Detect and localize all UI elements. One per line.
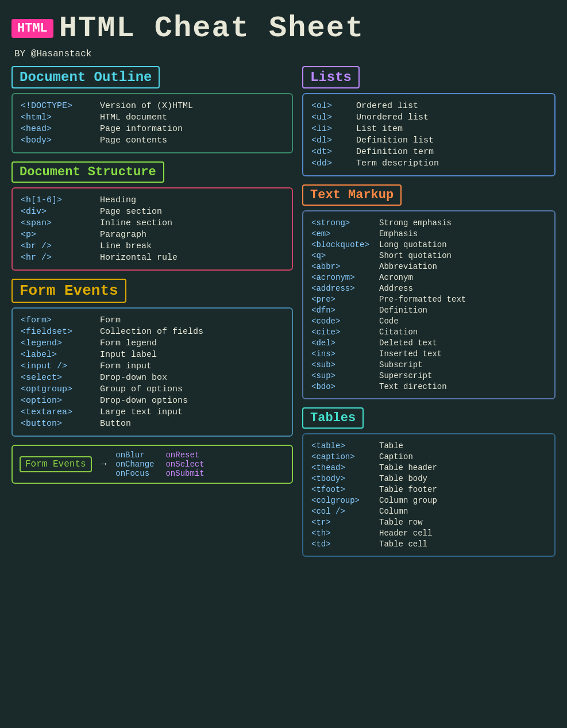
tag-name: <fieldset> bbox=[21, 327, 95, 337]
tag-name: <pre> bbox=[311, 295, 375, 304]
table-row: <hr /> Horizontal rule bbox=[21, 253, 284, 263]
tag-name: <sup> bbox=[311, 371, 375, 380]
tag-desc: Table footer bbox=[379, 485, 437, 494]
table-row: <form> Form bbox=[21, 315, 284, 325]
tag-name: <cite> bbox=[311, 328, 375, 337]
tables-title: Tables bbox=[302, 407, 364, 429]
tag-desc: Group of options bbox=[100, 384, 183, 394]
tag-desc: Definition term bbox=[356, 147, 434, 157]
table-row: <br /> Line break bbox=[21, 241, 284, 251]
table-row: <bdo> Text direction bbox=[311, 382, 546, 391]
tag-desc: Paragraph bbox=[100, 230, 146, 240]
arrow-icon: → bbox=[101, 459, 107, 469]
table-row: <td> Table cell bbox=[311, 540, 546, 549]
table-row: <blockquote> Long quotation bbox=[311, 240, 546, 249]
tag-desc: Text direction bbox=[379, 382, 447, 391]
tag-desc: Column group bbox=[379, 496, 437, 505]
page: HTML HTML Cheat Sheet BY @Hasanstack Doc… bbox=[11, 11, 556, 557]
tag-name: <th> bbox=[311, 529, 375, 538]
text-markup-section: Text Markup <strong> Strong emphasis <em… bbox=[302, 184, 556, 399]
tag-name: <h[1-6]> bbox=[21, 195, 95, 205]
tag-name: <button> bbox=[21, 419, 95, 429]
right-column: Lists <ol> Ordered list <ul> Unordered l… bbox=[302, 66, 556, 557]
tag-name: <thead> bbox=[311, 463, 375, 472]
tag-desc: Page section bbox=[100, 207, 162, 217]
doc-outline-section: Document Outline <!DOCTYPE> Version of (… bbox=[11, 66, 293, 153]
form-events-small-title: Form Events bbox=[20, 456, 92, 472]
tag-name: <option> bbox=[21, 396, 95, 406]
table-row: <div> Page section bbox=[21, 207, 284, 217]
tag-desc: Form bbox=[100, 315, 121, 325]
form-events-title: Form Events bbox=[11, 279, 126, 303]
tables-grid: <table> Table <caption> Caption <thead> … bbox=[311, 441, 546, 549]
text-markup-grid: <strong> Strong emphasis <em> Emphasis <… bbox=[311, 218, 546, 391]
tag-name: <code> bbox=[311, 317, 375, 326]
table-row: <tbody> Table body bbox=[311, 474, 546, 483]
tag-desc: Superscript bbox=[379, 371, 432, 380]
table-row: <pre> Pre-formatted text bbox=[311, 295, 546, 304]
tag-name: <acronym> bbox=[311, 273, 375, 282]
table-row: <ins> Inserted text bbox=[311, 349, 546, 359]
table-row: <head> Page information bbox=[21, 124, 284, 134]
form-events-section: Form Events <form> Form <fieldset> Colle… bbox=[11, 279, 293, 437]
doc-structure-grid: <h[1-6]> Heading <div> Page section <spa… bbox=[21, 195, 284, 263]
table-row: <li> List item bbox=[311, 124, 546, 134]
tag-name: <del> bbox=[311, 338, 375, 348]
table-row: <thead> Table header bbox=[311, 463, 546, 472]
tag-desc: List item bbox=[356, 124, 403, 134]
tag-name: <label> bbox=[21, 350, 95, 360]
tag-name: <optgroup> bbox=[21, 384, 95, 394]
tag-name: <abbr> bbox=[311, 262, 375, 271]
tag-name: <dd> bbox=[311, 159, 352, 168]
table-row: <fieldset> Collection of fields bbox=[21, 327, 284, 337]
tag-name: <blockquote> bbox=[311, 240, 375, 249]
tag-name: <html> bbox=[21, 113, 95, 122]
tag-name: <tr> bbox=[311, 518, 375, 527]
doc-outline-box: <!DOCTYPE> Version of (X)HTML <html> HTM… bbox=[11, 93, 293, 153]
table-row: <input /> Form input bbox=[21, 361, 284, 371]
table-row: <address> Address bbox=[311, 284, 546, 293]
tag-desc: Table header bbox=[379, 463, 437, 472]
form-events-grid: <form> Form <fieldset> Collection of fie… bbox=[21, 315, 284, 429]
tag-desc: Acronym bbox=[379, 273, 413, 282]
table-row: <strong> Strong emphasis bbox=[311, 218, 546, 228]
tag-desc: Deleted text bbox=[379, 338, 437, 348]
table-row: <!DOCTYPE> Version of (X)HTML bbox=[21, 101, 284, 111]
tag-desc: Table body bbox=[379, 474, 427, 483]
tag-name: <sub> bbox=[311, 360, 375, 369]
form-events-bottom-grid: onBlur onChange onFocus onReset onSelect… bbox=[115, 450, 204, 478]
event-onreset: onReset bbox=[165, 450, 204, 460]
tag-desc: Drop-down box bbox=[100, 373, 167, 383]
tag-name: <dfn> bbox=[311, 306, 375, 315]
table-row: <tr> Table row bbox=[311, 518, 546, 527]
tag-name: <input /> bbox=[21, 361, 95, 371]
lists-box: <ol> Ordered list <ul> Unordered list <l… bbox=[302, 93, 556, 176]
table-row: <p> Paragraph bbox=[21, 230, 284, 240]
tag-desc: Large text input bbox=[100, 407, 183, 417]
tag-desc: Table row bbox=[379, 518, 423, 527]
tag-name: <strong> bbox=[311, 218, 375, 228]
tag-desc: Term description bbox=[356, 159, 439, 168]
lists-grid: <ol> Ordered list <ul> Unordered list <l… bbox=[311, 101, 546, 168]
event-onchange: onChange bbox=[115, 460, 154, 469]
tag-desc: Drop-down options bbox=[100, 396, 188, 406]
tag-name: <hr /> bbox=[21, 253, 95, 263]
tag-name: <ul> bbox=[311, 113, 352, 122]
tag-name: <form> bbox=[21, 315, 95, 325]
tag-desc: Button bbox=[100, 419, 131, 429]
form-events-box: <form> Form <fieldset> Collection of fie… bbox=[11, 307, 293, 437]
tag-name: <address> bbox=[311, 284, 375, 293]
tag-name: <!DOCTYPE> bbox=[21, 101, 95, 111]
event-onsubmit: onSubmit bbox=[165, 469, 204, 478]
lists-title: Lists bbox=[302, 66, 360, 88]
subtitle: BY @Hasanstack bbox=[14, 49, 556, 59]
tag-desc: Subscript bbox=[379, 360, 423, 369]
tag-name: <select> bbox=[21, 373, 95, 383]
table-row: <col /> Column bbox=[311, 507, 546, 516]
tag-desc: Page contents bbox=[100, 136, 167, 145]
form-events-col2: onReset onSelect onSubmit bbox=[165, 450, 204, 478]
tag-desc: Heading bbox=[100, 195, 136, 205]
tag-name: <caption> bbox=[311, 452, 375, 461]
doc-outline-title: Document Outline bbox=[11, 66, 160, 88]
tag-desc: Column bbox=[379, 507, 408, 516]
